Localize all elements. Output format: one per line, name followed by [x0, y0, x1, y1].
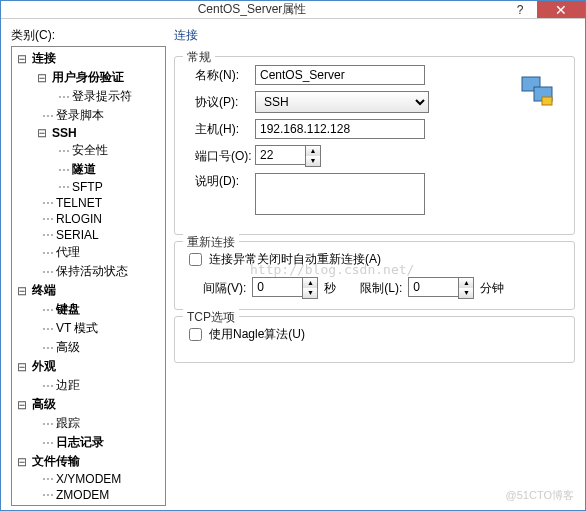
tree-serial[interactable]: ⋯SERIAL — [12, 227, 165, 243]
protocol-label: 协议(P): — [185, 94, 255, 111]
limit-spinner[interactable]: ▲▼ — [408, 277, 474, 299]
tree-terminal[interactable]: ⊟终端 — [12, 281, 165, 300]
titlebar: CentOS_Server属性 ? ✕ — [1, 1, 585, 19]
close-button[interactable]: ✕ — [537, 1, 585, 18]
interval-down[interactable]: ▼ — [303, 288, 317, 298]
tree-zmodem[interactable]: ⋯ZMODEM — [12, 487, 165, 503]
protocol-select[interactable]: SSH — [255, 91, 429, 113]
tree-logon-script[interactable]: ⋯登录脚本 — [12, 106, 165, 125]
category-tree[interactable]: ⊟连接 ⊟用户身份验证 ⋯登录提示符 ⋯登录脚本 ⊟SSH ⋯安全性 ⋯隧道 ⋯… — [11, 46, 166, 506]
interval-input[interactable] — [252, 277, 302, 297]
tree-connection[interactable]: ⊟连接 — [12, 49, 165, 68]
connection-icon — [520, 75, 556, 109]
window-title: CentOS_Server属性 — [1, 1, 503, 18]
tree-margin[interactable]: ⋯边距 — [12, 376, 165, 395]
general-legend: 常规 — [183, 49, 215, 66]
tree-tunnel[interactable]: ⋯隧道 — [12, 160, 165, 179]
nagle-checkbox[interactable] — [189, 328, 202, 341]
port-down[interactable]: ▼ — [306, 156, 320, 166]
desc-label: 说明(D): — [185, 173, 255, 190]
port-spinner[interactable]: ▲▼ — [255, 145, 321, 167]
interval-up[interactable]: ▲ — [303, 278, 317, 288]
tree-sftp[interactable]: ⋯SFTP — [12, 179, 165, 195]
reconnect-checkbox[interactable] — [189, 253, 202, 266]
tree-ssh[interactable]: ⊟SSH — [12, 125, 165, 141]
dialog-window: CentOS_Server属性 ? ✕ 类别(C): ⊟连接 ⊟用户身份验证 ⋯… — [0, 0, 586, 511]
tree-appearance[interactable]: ⊟外观 — [12, 357, 165, 376]
tree-advanced[interactable]: ⊟高级 — [12, 395, 165, 414]
port-input[interactable] — [255, 145, 305, 165]
name-input[interactable] — [255, 65, 425, 85]
tree-vt-mode[interactable]: ⋯VT 模式 — [12, 319, 165, 338]
tree-keepalive[interactable]: ⋯保持活动状态 — [12, 262, 165, 281]
limit-down[interactable]: ▼ — [459, 288, 473, 298]
tree-security[interactable]: ⋯安全性 — [12, 141, 165, 160]
interval-label: 间隔(V): — [203, 280, 246, 297]
host-label: 主机(H): — [185, 121, 255, 138]
watermark-corner: @51CTO博客 — [506, 488, 574, 503]
tree-logon-prompt[interactable]: ⋯登录提示符 — [12, 87, 165, 106]
help-button[interactable]: ? — [503, 1, 537, 18]
tree-xymodem[interactable]: ⋯X/YMODEM — [12, 471, 165, 487]
limit-label: 限制(L): — [360, 280, 402, 297]
seconds-label: 秒 — [324, 280, 336, 297]
section-title: 连接 — [174, 27, 575, 44]
tcp-fieldset: TCP选项 使用Nagle算法(U) — [174, 316, 575, 363]
tree-file-transfer[interactable]: ⊟文件传输 — [12, 452, 165, 471]
tree-trace[interactable]: ⋯跟踪 — [12, 414, 165, 433]
general-fieldset: 常规 名称(N): 协议(P): SSH 主机(H): 端口号(O): — [174, 56, 575, 235]
limit-up[interactable]: ▲ — [459, 278, 473, 288]
category-label: 类别(C): — [11, 27, 166, 44]
tree-rlogin[interactable]: ⋯RLOGIN — [12, 211, 165, 227]
interval-spinner[interactable]: ▲▼ — [252, 277, 318, 299]
minutes-label: 分钟 — [480, 280, 504, 297]
tree-logging[interactable]: ⋯日志记录 — [12, 433, 165, 452]
watermark-text: http://blog.csdn.net/ — [250, 262, 414, 277]
tcp-legend: TCP选项 — [183, 309, 239, 326]
host-input[interactable] — [255, 119, 425, 139]
svg-rect-2 — [542, 97, 552, 105]
name-label: 名称(N): — [185, 67, 255, 84]
port-label: 端口号(O): — [185, 148, 255, 165]
tree-telnet[interactable]: ⋯TELNET — [12, 195, 165, 211]
nagle-label: 使用Nagle算法(U) — [209, 326, 305, 343]
tree-proxy[interactable]: ⋯代理 — [12, 243, 165, 262]
port-up[interactable]: ▲ — [306, 146, 320, 156]
tree-keyboard[interactable]: ⋯键盘 — [12, 300, 165, 319]
dialog-footer: 确定 取消 — [11, 506, 575, 511]
reconnect-legend: 重新连接 — [183, 234, 239, 251]
desc-textarea[interactable] — [255, 173, 425, 215]
limit-input[interactable] — [408, 277, 458, 297]
tree-user-auth[interactable]: ⊟用户身份验证 — [12, 68, 165, 87]
tree-advanced-term[interactable]: ⋯高级 — [12, 338, 165, 357]
